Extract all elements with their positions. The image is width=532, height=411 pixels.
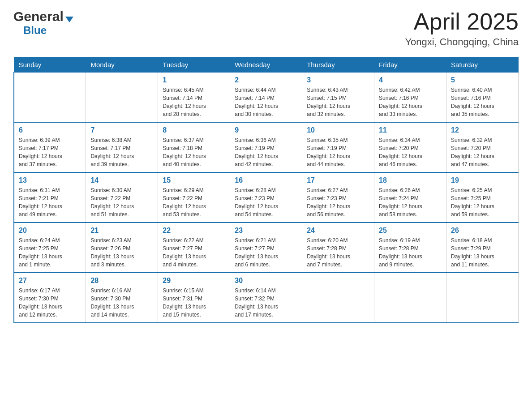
day-number: 14 (90, 176, 153, 184)
day-info: Sunrise: 6:32 AM Sunset: 7:20 PM Dayligh… (451, 136, 514, 168)
day-number: 7 (90, 126, 153, 134)
day-number: 16 (235, 176, 297, 184)
day-cell: 5Sunrise: 6:40 AM Sunset: 7:16 PM Daylig… (446, 73, 519, 123)
day-cell: 3Sunrise: 6:43 AM Sunset: 7:15 PM Daylig… (302, 73, 374, 123)
day-number: 24 (307, 227, 369, 235)
day-number: 9 (235, 126, 297, 134)
day-info: Sunrise: 6:27 AM Sunset: 7:23 PM Dayligh… (307, 186, 369, 218)
day-cell: 12Sunrise: 6:32 AM Sunset: 7:20 PM Dayli… (446, 122, 519, 172)
day-info: Sunrise: 6:14 AM Sunset: 7:32 PM Dayligh… (235, 287, 297, 319)
day-cell: 21Sunrise: 6:23 AM Sunset: 7:26 PM Dayli… (86, 223, 158, 273)
week-row-1: 1Sunrise: 6:45 AM Sunset: 7:14 PM Daylig… (14, 73, 519, 123)
calendar-table: SundayMondayTuesdayWednesdayThursdayFrid… (13, 57, 519, 323)
column-header-tuesday: Tuesday (158, 57, 230, 73)
week-row-2: 6Sunrise: 6:39 AM Sunset: 7:17 PM Daylig… (14, 122, 519, 172)
day-cell: 27Sunrise: 6:17 AM Sunset: 7:30 PM Dayli… (14, 273, 86, 323)
day-info: Sunrise: 6:31 AM Sunset: 7:21 PM Dayligh… (19, 186, 81, 218)
day-cell: 18Sunrise: 6:26 AM Sunset: 7:24 PM Dayli… (374, 172, 446, 223)
day-info: Sunrise: 6:26 AM Sunset: 7:24 PM Dayligh… (379, 186, 442, 218)
location-subtitle: Yongxi, Chongqing, China (405, 36, 519, 48)
day-cell: 9Sunrise: 6:36 AM Sunset: 7:19 PM Daylig… (230, 122, 302, 172)
day-info: Sunrise: 6:38 AM Sunset: 7:17 PM Dayligh… (90, 136, 153, 168)
day-number: 13 (19, 176, 81, 184)
day-info: Sunrise: 6:22 AM Sunset: 7:27 PM Dayligh… (163, 236, 225, 269)
calendar-header: SundayMondayTuesdayWednesdayThursdayFrid… (14, 57, 519, 73)
day-number: 21 (90, 227, 153, 235)
day-info: Sunrise: 6:44 AM Sunset: 7:14 PM Dayligh… (235, 86, 297, 118)
day-number: 5 (451, 76, 514, 84)
day-number: 8 (163, 126, 225, 134)
day-info: Sunrise: 6:25 AM Sunset: 7:25 PM Dayligh… (451, 186, 514, 218)
day-number: 20 (19, 227, 81, 235)
day-number: 6 (19, 126, 81, 134)
day-info: Sunrise: 6:17 AM Sunset: 7:30 PM Dayligh… (19, 287, 81, 319)
day-cell: 15Sunrise: 6:29 AM Sunset: 7:22 PM Dayli… (158, 172, 230, 223)
day-info: Sunrise: 6:28 AM Sunset: 7:23 PM Dayligh… (235, 186, 297, 218)
column-header-thursday: Thursday (302, 57, 374, 73)
day-number: 19 (451, 176, 514, 184)
day-number: 29 (163, 277, 225, 285)
day-number: 11 (379, 126, 442, 134)
day-cell: 22Sunrise: 6:22 AM Sunset: 7:27 PM Dayli… (158, 223, 230, 273)
day-info: Sunrise: 6:39 AM Sunset: 7:17 PM Dayligh… (19, 136, 81, 168)
day-cell (302, 273, 374, 323)
day-info: Sunrise: 6:34 AM Sunset: 7:20 PM Dayligh… (379, 136, 442, 168)
day-info: Sunrise: 6:42 AM Sunset: 7:16 PM Dayligh… (379, 86, 442, 118)
day-info: Sunrise: 6:29 AM Sunset: 7:22 PM Dayligh… (163, 186, 225, 218)
header-row: SundayMondayTuesdayWednesdayThursdayFrid… (14, 57, 519, 73)
day-info: Sunrise: 6:16 AM Sunset: 7:30 PM Dayligh… (90, 287, 153, 319)
day-cell: 14Sunrise: 6:30 AM Sunset: 7:22 PM Dayli… (86, 172, 158, 223)
page-header: General Blue April 2025 Yongxi, Chongqin… (13, 9, 519, 48)
day-cell: 24Sunrise: 6:20 AM Sunset: 7:28 PM Dayli… (302, 223, 374, 273)
day-cell: 29Sunrise: 6:15 AM Sunset: 7:31 PM Dayli… (158, 273, 230, 323)
day-number: 17 (307, 176, 369, 184)
day-number: 25 (379, 227, 442, 235)
day-cell: 17Sunrise: 6:27 AM Sunset: 7:23 PM Dayli… (302, 172, 374, 223)
day-info: Sunrise: 6:45 AM Sunset: 7:14 PM Dayligh… (163, 86, 225, 118)
day-cell: 8Sunrise: 6:37 AM Sunset: 7:18 PM Daylig… (158, 122, 230, 172)
day-number: 27 (19, 277, 81, 285)
day-number: 4 (379, 76, 442, 84)
week-row-4: 20Sunrise: 6:24 AM Sunset: 7:25 PM Dayli… (14, 223, 519, 273)
day-cell (446, 273, 519, 323)
day-cell (86, 73, 158, 123)
day-number: 10 (307, 126, 369, 134)
week-row-3: 13Sunrise: 6:31 AM Sunset: 7:21 PM Dayli… (14, 172, 519, 223)
day-cell (14, 73, 86, 123)
logo-triangle-icon (65, 17, 73, 22)
day-number: 26 (451, 227, 514, 235)
day-number: 30 (235, 277, 297, 285)
day-cell: 25Sunrise: 6:19 AM Sunset: 7:28 PM Dayli… (374, 223, 446, 273)
day-cell: 26Sunrise: 6:18 AM Sunset: 7:29 PM Dayli… (446, 223, 519, 273)
day-number: 22 (163, 227, 225, 235)
week-row-5: 27Sunrise: 6:17 AM Sunset: 7:30 PM Dayli… (14, 273, 519, 323)
column-header-saturday: Saturday (446, 57, 519, 73)
day-cell: 7Sunrise: 6:38 AM Sunset: 7:17 PM Daylig… (86, 122, 158, 172)
day-info: Sunrise: 6:19 AM Sunset: 7:28 PM Dayligh… (379, 236, 442, 269)
column-header-monday: Monday (86, 57, 158, 73)
day-number: 3 (307, 76, 369, 84)
day-cell: 2Sunrise: 6:44 AM Sunset: 7:14 PM Daylig… (230, 73, 302, 123)
calendar-body: 1Sunrise: 6:45 AM Sunset: 7:14 PM Daylig… (14, 73, 519, 323)
day-number: 15 (163, 176, 225, 184)
day-info: Sunrise: 6:43 AM Sunset: 7:15 PM Dayligh… (307, 86, 369, 118)
day-cell: 16Sunrise: 6:28 AM Sunset: 7:23 PM Dayli… (230, 172, 302, 223)
column-header-friday: Friday (374, 57, 446, 73)
day-cell: 28Sunrise: 6:16 AM Sunset: 7:30 PM Dayli… (86, 273, 158, 323)
day-cell: 30Sunrise: 6:14 AM Sunset: 7:32 PM Dayli… (230, 273, 302, 323)
day-cell: 23Sunrise: 6:21 AM Sunset: 7:27 PM Dayli… (230, 223, 302, 273)
day-info: Sunrise: 6:20 AM Sunset: 7:28 PM Dayligh… (307, 236, 369, 269)
day-info: Sunrise: 6:30 AM Sunset: 7:22 PM Dayligh… (90, 186, 153, 218)
day-cell: 1Sunrise: 6:45 AM Sunset: 7:14 PM Daylig… (158, 73, 230, 123)
day-cell (374, 273, 446, 323)
day-info: Sunrise: 6:37 AM Sunset: 7:18 PM Dayligh… (163, 136, 225, 168)
day-cell: 19Sunrise: 6:25 AM Sunset: 7:25 PM Dayli… (446, 172, 519, 223)
day-info: Sunrise: 6:15 AM Sunset: 7:31 PM Dayligh… (163, 287, 225, 319)
day-info: Sunrise: 6:21 AM Sunset: 7:27 PM Dayligh… (235, 236, 297, 269)
day-info: Sunrise: 6:35 AM Sunset: 7:19 PM Dayligh… (307, 136, 369, 168)
day-info: Sunrise: 6:24 AM Sunset: 7:25 PM Dayligh… (19, 236, 81, 269)
column-header-sunday: Sunday (14, 57, 86, 73)
day-number: 1 (163, 76, 225, 84)
day-cell: 11Sunrise: 6:34 AM Sunset: 7:20 PM Dayli… (374, 122, 446, 172)
day-number: 28 (90, 277, 153, 285)
